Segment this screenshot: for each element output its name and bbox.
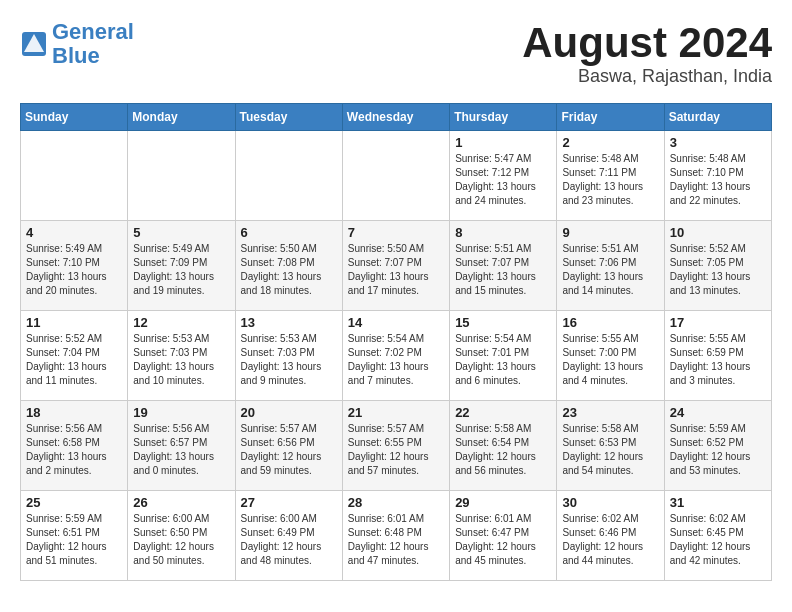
calendar-cell: 20Sunrise: 5:57 AM Sunset: 6:56 PM Dayli… xyxy=(235,401,342,491)
calendar-cell: 29Sunrise: 6:01 AM Sunset: 6:47 PM Dayli… xyxy=(450,491,557,581)
weekday-header-row: SundayMondayTuesdayWednesdayThursdayFrid… xyxy=(21,104,772,131)
calendar-cell xyxy=(235,131,342,221)
day-number: 9 xyxy=(562,225,658,240)
day-info: Sunrise: 5:56 AM Sunset: 6:58 PM Dayligh… xyxy=(26,422,122,478)
weekday-header-thursday: Thursday xyxy=(450,104,557,131)
day-number: 10 xyxy=(670,225,766,240)
calendar-cell: 22Sunrise: 5:58 AM Sunset: 6:54 PM Dayli… xyxy=(450,401,557,491)
day-number: 25 xyxy=(26,495,122,510)
calendar-cell: 27Sunrise: 6:00 AM Sunset: 6:49 PM Dayli… xyxy=(235,491,342,581)
week-row-1: 1Sunrise: 5:47 AM Sunset: 7:12 PM Daylig… xyxy=(21,131,772,221)
logo-text: General Blue xyxy=(52,20,134,68)
calendar-cell xyxy=(342,131,449,221)
day-number: 12 xyxy=(133,315,229,330)
calendar-cell: 13Sunrise: 5:53 AM Sunset: 7:03 PM Dayli… xyxy=(235,311,342,401)
calendar-cell: 10Sunrise: 5:52 AM Sunset: 7:05 PM Dayli… xyxy=(664,221,771,311)
day-info: Sunrise: 5:51 AM Sunset: 7:07 PM Dayligh… xyxy=(455,242,551,298)
day-info: Sunrise: 5:48 AM Sunset: 7:10 PM Dayligh… xyxy=(670,152,766,208)
calendar-cell: 11Sunrise: 5:52 AM Sunset: 7:04 PM Dayli… xyxy=(21,311,128,401)
day-number: 13 xyxy=(241,315,337,330)
calendar-cell: 18Sunrise: 5:56 AM Sunset: 6:58 PM Dayli… xyxy=(21,401,128,491)
calendar-cell: 30Sunrise: 6:02 AM Sunset: 6:46 PM Dayli… xyxy=(557,491,664,581)
logo-icon xyxy=(20,30,48,58)
title-area: August 2024 Baswa, Rajasthan, India xyxy=(522,20,772,87)
day-info: Sunrise: 5:51 AM Sunset: 7:06 PM Dayligh… xyxy=(562,242,658,298)
calendar-subtitle: Baswa, Rajasthan, India xyxy=(522,66,772,87)
weekday-header-tuesday: Tuesday xyxy=(235,104,342,131)
day-info: Sunrise: 6:01 AM Sunset: 6:47 PM Dayligh… xyxy=(455,512,551,568)
day-number: 4 xyxy=(26,225,122,240)
day-info: Sunrise: 5:49 AM Sunset: 7:10 PM Dayligh… xyxy=(26,242,122,298)
day-info: Sunrise: 5:55 AM Sunset: 6:59 PM Dayligh… xyxy=(670,332,766,388)
day-number: 30 xyxy=(562,495,658,510)
logo-line1: General xyxy=(52,19,134,44)
day-info: Sunrise: 5:59 AM Sunset: 6:51 PM Dayligh… xyxy=(26,512,122,568)
calendar-cell: 8Sunrise: 5:51 AM Sunset: 7:07 PM Daylig… xyxy=(450,221,557,311)
day-info: Sunrise: 5:54 AM Sunset: 7:02 PM Dayligh… xyxy=(348,332,444,388)
day-info: Sunrise: 5:49 AM Sunset: 7:09 PM Dayligh… xyxy=(133,242,229,298)
calendar-cell: 1Sunrise: 5:47 AM Sunset: 7:12 PM Daylig… xyxy=(450,131,557,221)
day-info: Sunrise: 5:55 AM Sunset: 7:00 PM Dayligh… xyxy=(562,332,658,388)
calendar-cell: 15Sunrise: 5:54 AM Sunset: 7:01 PM Dayli… xyxy=(450,311,557,401)
day-info: Sunrise: 6:01 AM Sunset: 6:48 PM Dayligh… xyxy=(348,512,444,568)
day-info: Sunrise: 5:59 AM Sunset: 6:52 PM Dayligh… xyxy=(670,422,766,478)
weekday-header-saturday: Saturday xyxy=(664,104,771,131)
calendar-cell: 25Sunrise: 5:59 AM Sunset: 6:51 PM Dayli… xyxy=(21,491,128,581)
calendar-cell: 28Sunrise: 6:01 AM Sunset: 6:48 PM Dayli… xyxy=(342,491,449,581)
day-info: Sunrise: 6:02 AM Sunset: 6:45 PM Dayligh… xyxy=(670,512,766,568)
calendar-cell: 7Sunrise: 5:50 AM Sunset: 7:07 PM Daylig… xyxy=(342,221,449,311)
logo: General Blue xyxy=(20,20,134,68)
day-number: 16 xyxy=(562,315,658,330)
day-number: 19 xyxy=(133,405,229,420)
day-number: 14 xyxy=(348,315,444,330)
day-info: Sunrise: 5:48 AM Sunset: 7:11 PM Dayligh… xyxy=(562,152,658,208)
calendar-cell: 4Sunrise: 5:49 AM Sunset: 7:10 PM Daylig… xyxy=(21,221,128,311)
week-row-4: 18Sunrise: 5:56 AM Sunset: 6:58 PM Dayli… xyxy=(21,401,772,491)
calendar-cell: 12Sunrise: 5:53 AM Sunset: 7:03 PM Dayli… xyxy=(128,311,235,401)
day-info: Sunrise: 5:56 AM Sunset: 6:57 PM Dayligh… xyxy=(133,422,229,478)
week-row-3: 11Sunrise: 5:52 AM Sunset: 7:04 PM Dayli… xyxy=(21,311,772,401)
day-info: Sunrise: 5:50 AM Sunset: 7:08 PM Dayligh… xyxy=(241,242,337,298)
day-number: 11 xyxy=(26,315,122,330)
day-info: Sunrise: 5:53 AM Sunset: 7:03 PM Dayligh… xyxy=(133,332,229,388)
day-info: Sunrise: 5:52 AM Sunset: 7:05 PM Dayligh… xyxy=(670,242,766,298)
calendar-cell: 3Sunrise: 5:48 AM Sunset: 7:10 PM Daylig… xyxy=(664,131,771,221)
calendar-cell: 21Sunrise: 5:57 AM Sunset: 6:55 PM Dayli… xyxy=(342,401,449,491)
day-info: Sunrise: 5:57 AM Sunset: 6:56 PM Dayligh… xyxy=(241,422,337,478)
calendar-cell: 23Sunrise: 5:58 AM Sunset: 6:53 PM Dayli… xyxy=(557,401,664,491)
day-info: Sunrise: 5:54 AM Sunset: 7:01 PM Dayligh… xyxy=(455,332,551,388)
weekday-header-monday: Monday xyxy=(128,104,235,131)
day-number: 15 xyxy=(455,315,551,330)
calendar-cell: 6Sunrise: 5:50 AM Sunset: 7:08 PM Daylig… xyxy=(235,221,342,311)
day-info: Sunrise: 5:58 AM Sunset: 6:54 PM Dayligh… xyxy=(455,422,551,478)
calendar-cell: 16Sunrise: 5:55 AM Sunset: 7:00 PM Dayli… xyxy=(557,311,664,401)
day-info: Sunrise: 6:00 AM Sunset: 6:50 PM Dayligh… xyxy=(133,512,229,568)
day-info: Sunrise: 5:47 AM Sunset: 7:12 PM Dayligh… xyxy=(455,152,551,208)
day-number: 28 xyxy=(348,495,444,510)
calendar-title: August 2024 xyxy=(522,20,772,66)
header: General Blue August 2024 Baswa, Rajastha… xyxy=(20,20,772,87)
calendar-cell: 5Sunrise: 5:49 AM Sunset: 7:09 PM Daylig… xyxy=(128,221,235,311)
calendar-cell: 14Sunrise: 5:54 AM Sunset: 7:02 PM Dayli… xyxy=(342,311,449,401)
day-info: Sunrise: 5:50 AM Sunset: 7:07 PM Dayligh… xyxy=(348,242,444,298)
calendar-cell: 9Sunrise: 5:51 AM Sunset: 7:06 PM Daylig… xyxy=(557,221,664,311)
day-number: 2 xyxy=(562,135,658,150)
weekday-header-wednesday: Wednesday xyxy=(342,104,449,131)
calendar-cell: 17Sunrise: 5:55 AM Sunset: 6:59 PM Dayli… xyxy=(664,311,771,401)
day-number: 21 xyxy=(348,405,444,420)
calendar-cell: 26Sunrise: 6:00 AM Sunset: 6:50 PM Dayli… xyxy=(128,491,235,581)
day-info: Sunrise: 5:52 AM Sunset: 7:04 PM Dayligh… xyxy=(26,332,122,388)
day-number: 6 xyxy=(241,225,337,240)
day-number: 3 xyxy=(670,135,766,150)
weekday-header-sunday: Sunday xyxy=(21,104,128,131)
day-number: 29 xyxy=(455,495,551,510)
day-number: 18 xyxy=(26,405,122,420)
calendar-cell xyxy=(128,131,235,221)
day-number: 7 xyxy=(348,225,444,240)
day-info: Sunrise: 6:02 AM Sunset: 6:46 PM Dayligh… xyxy=(562,512,658,568)
day-info: Sunrise: 6:00 AM Sunset: 6:49 PM Dayligh… xyxy=(241,512,337,568)
day-number: 22 xyxy=(455,405,551,420)
day-number: 24 xyxy=(670,405,766,420)
calendar-cell: 2Sunrise: 5:48 AM Sunset: 7:11 PM Daylig… xyxy=(557,131,664,221)
calendar-cell: 19Sunrise: 5:56 AM Sunset: 6:57 PM Dayli… xyxy=(128,401,235,491)
